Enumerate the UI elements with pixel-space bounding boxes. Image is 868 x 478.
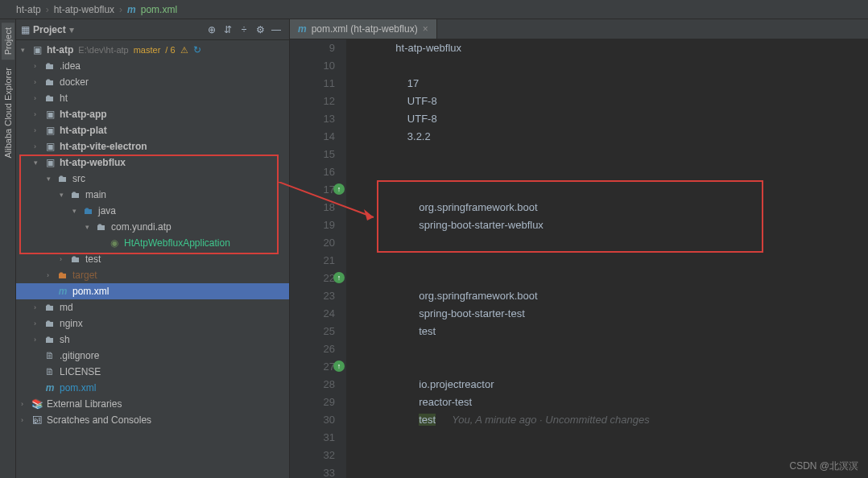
tree-folder-main[interactable]: ▾🖿main	[16, 187, 289, 203]
editor-tab[interactable]: m pom.xml (ht-atp-webflux) ×	[290, 19, 437, 39]
project-tool-tab[interactable]: Project	[2, 23, 14, 60]
file-icon: 🗎	[43, 350, 56, 361]
chevron-right-icon[interactable]: ›	[34, 126, 43, 134]
vcs-inline-annotation: You, A minute ago · Uncommitted changes	[452, 414, 649, 426]
chevron-right-icon[interactable]: ›	[34, 319, 43, 328]
project-tree[interactable]: ▾ ▣ ht-atp E:\dev\ht-atp master / 6 ⚠ ↻ …	[16, 40, 289, 478]
settings-icon[interactable]: ⚙	[252, 24, 268, 35]
folder-icon: 🖿	[56, 173, 69, 184]
tree-folder-docker[interactable]: ›🖿docker	[16, 74, 289, 90]
folder-icon: 🖿	[43, 60, 56, 72]
spring-boot-icon: ◉	[108, 237, 121, 249]
tree-label: ht-atp-plat	[60, 125, 107, 136]
tree-label: ht-atp	[47, 44, 73, 56]
close-icon[interactable]: ×	[423, 23, 428, 35]
chevron-right-icon[interactable]: ›	[34, 110, 43, 118]
tree-label: target	[72, 270, 97, 281]
tree-label: java	[98, 205, 116, 216]
chevron-down-icon[interactable]: ▾	[85, 223, 95, 231]
chevron-right-icon[interactable]: ›	[34, 94, 43, 102]
tree-folder-src[interactable]: ▾🖿src	[16, 171, 289, 187]
file-icon: 🗎	[43, 366, 56, 377]
tree-folder-nginx[interactable]: ›🖿nginx	[16, 315, 289, 332]
editor-area: m pom.xml (ht-atp-webflux) × 91011121314…	[290, 19, 868, 478]
chevron-down-icon[interactable]: ▾	[60, 191, 69, 199]
select-opened-icon[interactable]: ⊕	[204, 24, 220, 35]
tree-folder-java[interactable]: ▾🖿java	[16, 203, 289, 219]
chevron-right-icon[interactable]: ›	[34, 336, 43, 344]
expand-all-icon[interactable]: ⇵	[220, 24, 236, 35]
chevron-down-icon[interactable]: ▾	[34, 159, 43, 167]
tree-folder-test[interactable]: ›🖿test	[16, 251, 289, 267]
watermark: CSDN @北溟溟	[789, 459, 858, 473]
folder-icon: 🖿	[43, 318, 56, 329]
breadcrumb-file[interactable]: pom.xml	[141, 4, 177, 15]
hide-icon[interactable]: —	[268, 24, 284, 35]
tree-label: test	[85, 253, 101, 265]
breadcrumb-sep: ›	[119, 4, 122, 15]
folder-icon: 🖿	[69, 253, 82, 265]
tree-path: E:\dev\ht-atp	[78, 45, 128, 55]
chevron-down-icon[interactable]: ▾	[47, 175, 56, 183]
tree-module-webflux[interactable]: ▾▣ht-atp-webflux	[16, 155, 289, 171]
chevron-right-icon[interactable]: ›	[21, 400, 31, 408]
gutter: 91011121314151617↑1819202122↑2324252627↑…	[290, 39, 346, 478]
chevron-down-icon[interactable]: ▾	[72, 207, 82, 215]
module-icon: ▣	[43, 141, 56, 152]
tree-label: md	[60, 302, 73, 313]
tree-folder-target[interactable]: ›🖿target	[16, 267, 289, 283]
tree-label: Scratches and Consoles	[47, 414, 151, 426]
tree-scratches[interactable]: ›🗟Scratches and Consoles	[16, 412, 289, 428]
tree-package[interactable]: ▾🖿com.yundi.atp	[16, 219, 289, 235]
folder-icon: 🖿	[43, 76, 56, 88]
chevron-down-icon[interactable]: ▾	[21, 46, 31, 54]
folder-icon: 🖿	[43, 334, 56, 345]
tree-label: ht-atp-vite-electron	[60, 141, 147, 152]
vcs-changes: / 6	[165, 45, 175, 55]
breadcrumb-seg[interactable]: ht-atp	[16, 4, 41, 15]
chevron-right-icon[interactable]: ›	[34, 303, 43, 311]
alibaba-cloud-explorer-tab[interactable]: Alibaba Cloud Explorer	[2, 63, 14, 163]
tree-label: External Libraries	[47, 398, 122, 410]
tree-project-root[interactable]: ▾ ▣ ht-atp E:\dev\ht-atp master / 6 ⚠ ↻	[16, 42, 289, 58]
panel-header: ▦ Project ▾ ⊕ ⇵ ÷ ⚙ —	[16, 19, 289, 40]
chevron-right-icon[interactable]: ›	[34, 62, 43, 70]
tree-module-vite[interactable]: ›▣ht-atp-vite-electron	[16, 138, 289, 155]
breadcrumb-seg[interactable]: ht-atp-webflux	[54, 4, 114, 15]
tree-external-libraries[interactable]: ›📚External Libraries	[16, 396, 289, 412]
collapse-all-icon[interactable]: ÷	[236, 24, 252, 35]
code-editor[interactable]: 91011121314151617↑1819202122↑2324252627↑…	[290, 39, 868, 478]
tree-label: LICENSE	[60, 366, 101, 377]
tree-folder-ht[interactable]: ›🖿ht	[16, 90, 289, 106]
tree-folder-md[interactable]: ›🖿md	[16, 299, 289, 315]
chevron-right-icon[interactable]: ›	[34, 142, 43, 150]
tree-class[interactable]: ◉HtAtpWebfluxApplication	[16, 235, 289, 251]
maven-icon: m	[56, 286, 69, 297]
chevron-right-icon[interactable]: ›	[60, 255, 69, 263]
panel-title[interactable]: Project	[33, 24, 66, 35]
code-content[interactable]: ht-atp-webflux 17 UTF-8 UTF-8 3.2.2 org.…	[346, 39, 868, 478]
tree-label: ht	[60, 93, 68, 104]
refresh-icon[interactable]: ↻	[193, 44, 201, 56]
tree-file-gitignore[interactable]: 🗎.gitignore	[16, 348, 289, 364]
chevron-right-icon[interactable]: ›	[34, 78, 43, 86]
tree-label: .gitignore	[60, 350, 99, 361]
tree-label: pom.xml	[72, 286, 109, 297]
tree-module-app[interactable]: ›▣ht-atp-app	[16, 106, 289, 122]
maven-icon: m	[298, 23, 307, 35]
tree-module-plat[interactable]: ›▣ht-atp-plat	[16, 122, 289, 138]
left-tool-rail: Project Alibaba Cloud Explorer	[0, 19, 16, 478]
dropdown-icon[interactable]: ▾	[69, 24, 74, 35]
target-icon: 🖿	[56, 270, 69, 281]
tree-file-pom-root[interactable]: mpom.xml	[16, 380, 289, 396]
chevron-right-icon[interactable]: ›	[47, 271, 56, 279]
tree-file-license[interactable]: 🗎LICENSE	[16, 364, 289, 380]
tree-folder-idea[interactable]: ›🖿.idea	[16, 58, 289, 74]
tree-label: pom.xml	[60, 382, 96, 394]
chevron-right-icon[interactable]: ›	[21, 416, 31, 424]
tree-folder-sh[interactable]: ›🖿sh	[16, 332, 289, 348]
tree-label: sh	[60, 334, 70, 345]
tree-file-pom-webflux[interactable]: mpom.xml	[16, 283, 289, 299]
package-icon: 🖿	[95, 221, 108, 233]
tree-label: HtAtpWebfluxApplication	[124, 237, 230, 249]
